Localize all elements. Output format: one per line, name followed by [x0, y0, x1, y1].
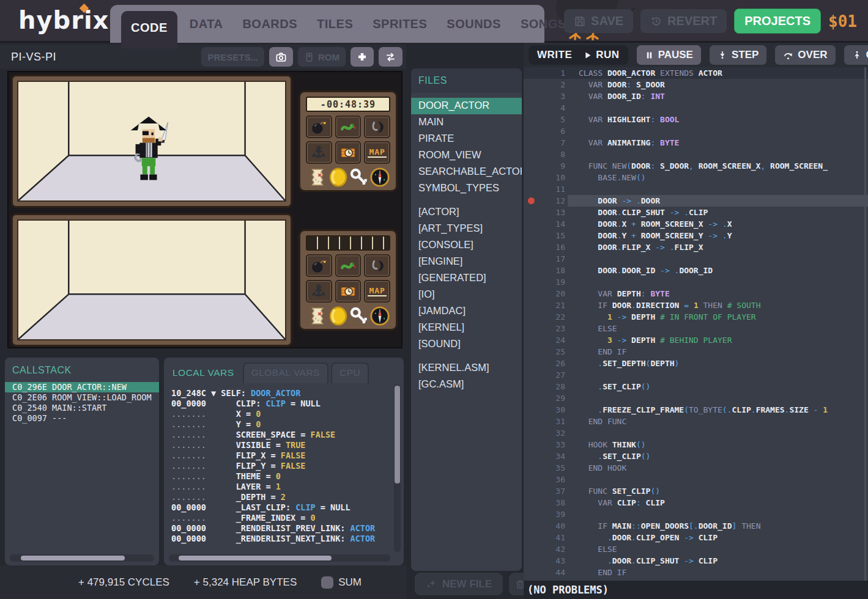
code-line-3[interactable]: 3 VAR DOOR_ID: INT	[524, 90, 868, 102]
tab-cpu[interactable]: CPU	[331, 362, 369, 383]
code-line-41[interactable]: 41 .DOOR.CLIP_OPEN -> CLIP	[524, 532, 868, 543]
swap-button[interactable]	[379, 47, 402, 67]
code-line-30[interactable]: 30 .FREEZE_CLIP_FRAME(TO_BYTE(.CLIP.FRAM…	[524, 404, 868, 416]
new-file-button[interactable]: NEW FILE	[415, 573, 503, 595]
run-button[interactable]: RUN	[583, 49, 619, 61]
variable-row[interactable]: ....... THEME = 0	[171, 471, 396, 482]
code-line-7[interactable]: 7 VAR ANIMATING: BYTE	[524, 137, 868, 149]
variable-row[interactable]: ....... _FRAME_INDEX = 0	[171, 513, 396, 523]
code-line-18[interactable]: 18 DOOR.DOOR_ID -> .DOOR_ID	[524, 265, 868, 276]
code-line-1[interactable]: 1CLASS DOOR_ACTOR EXTENDS ACTOR	[524, 67, 868, 79]
code-line-28[interactable]: 28 .SET_CLIP()	[524, 381, 868, 392]
file-item-io[interactable]: [IO]	[411, 287, 522, 303]
breakpoint-dot[interactable]	[528, 197, 535, 204]
vars-vscrollbar[interactable]	[394, 384, 401, 552]
code-line-26[interactable]: 26 .SET_DEPTH(DEPTH)	[524, 358, 868, 369]
file-item-actor[interactable]: [ACTOR]	[411, 204, 522, 221]
vars-hscrollbar[interactable]	[169, 554, 390, 562]
file-item-generated[interactable]: [GENERATED]	[411, 270, 522, 287]
callstack-hscrollbar[interactable]	[10, 554, 154, 562]
code-line-17[interactable]: 17	[524, 253, 868, 265]
variable-row[interactable]: ....... X = 0	[171, 409, 396, 419]
code-line-40[interactable]: 40 IF MAIN::OPEN_DOORS[.DOOR_ID] THEN	[524, 520, 868, 532]
projects-button[interactable]: PROJECTS	[734, 9, 821, 34]
step-over-button[interactable]: OVER	[775, 45, 835, 65]
tab-boards[interactable]: BOARDS	[235, 11, 305, 37]
file-item-engine[interactable]: [ENGINE]	[411, 254, 522, 270]
code-line-44[interactable]: 44 END IF	[524, 567, 868, 578]
code-line-25[interactable]: 25 END IF	[524, 346, 868, 358]
variable-row[interactable]: 00_0000 _LAST_CLIP: CLIP = NULL	[171, 502, 396, 513]
tab-local-vars[interactable]: LOCAL VARS	[171, 364, 240, 383]
code-line-9[interactable]: 9 FUNC NEW(DOOR: S_DOOR, ROOM_SCREEN_X, …	[524, 160, 868, 172]
code-line-24[interactable]: 24 3 -> DEPTH # BEHIND PLAYER	[524, 334, 868, 346]
code-line-22[interactable]: 22 1 -> DEPTH # IN FRONT OF PLAYER	[524, 311, 868, 323]
variable-row[interactable]: 10_248C ▼ SELF: DOOR_ACTOR	[171, 388, 396, 399]
tab-code[interactable]: CODE	[121, 11, 177, 48]
code-line-10[interactable]: 10 BASE.NEW()	[524, 172, 868, 183]
file-item-kernelasm[interactable]: [KERNEL.ASM]	[411, 360, 522, 377]
pause-button[interactable]: PAUSE	[637, 45, 701, 65]
code-line-21[interactable]: 21 IF DOOR.DIRECTION = 1 THEN # SOUTH	[524, 300, 868, 311]
revert-button[interactable]: REVERT	[640, 9, 727, 33]
variable-row[interactable]: ....... _DEPTH = 2	[171, 492, 396, 502]
code-line-35[interactable]: 35 END HOOK	[524, 462, 868, 474]
code-line-5[interactable]: 5 VAR HIGHLIGHT: BOOL	[524, 114, 868, 125]
game-screen[interactable]: -00:48:39 MAP MAP	[7, 71, 402, 348]
presets-button[interactable]: PRESETS...	[201, 47, 264, 67]
code-line-38[interactable]: 38 VAR CLIP: CLIP	[524, 497, 868, 509]
code-line-42[interactable]: 42 ELSE	[524, 543, 868, 555]
variable-row[interactable]: ....... SCREEN_SPACE = FALSE	[171, 430, 396, 440]
save-button[interactable]: SAVE	[564, 9, 633, 33]
gamepad-button[interactable]	[351, 47, 374, 67]
code-editor[interactable]: 1CLASS DOOR_ACTOR EXTENDS ACTOR2 VAR DOO…	[524, 67, 868, 581]
code-line-8[interactable]: 8	[524, 149, 868, 160]
file-item-sound[interactable]: [SOUND]	[411, 336, 522, 353]
code-line-15[interactable]: 15 DOOR.Y + ROOM_SCREEN_Y -> .Y	[524, 230, 868, 241]
step-button[interactable]: STEP	[710, 45, 766, 65]
code-line-36[interactable]: 36	[524, 474, 868, 485]
variable-row[interactable]: 00_0000 _THINKLIST_NEXT_LINK: ACTOR =	[171, 544, 396, 546]
code-line-27[interactable]: 27	[524, 369, 868, 381]
file-item-searchable_actor[interactable]: SEARCHABLE_ACTOR	[411, 164, 522, 180]
tab-sounds[interactable]: SOUNDS	[439, 11, 508, 37]
variable-row[interactable]: ....... FLIP_Y = FALSE	[171, 461, 396, 471]
file-item-room_view[interactable]: ROOM_VIEW	[411, 147, 522, 164]
variable-row[interactable]: 00_0000 CLIP: CLIP = NULL	[171, 399, 396, 409]
code-line-11[interactable]: 11	[524, 183, 868, 195]
code-line-34[interactable]: 34 .SET_CLIP()	[524, 450, 868, 462]
variable-row[interactable]: ....... VISIBLE = TRUE	[171, 440, 396, 450]
variable-row[interactable]: ....... FLIP_X = FALSE	[171, 450, 396, 461]
sum-checkbox[interactable]	[321, 576, 333, 589]
code-line-32[interactable]: 32	[524, 427, 868, 439]
variable-row[interactable]: ....... Y = 0	[171, 419, 396, 430]
tab-global-vars[interactable]: GLOBAL VARS	[243, 362, 328, 383]
step-out-button[interactable]: OUT	[844, 45, 868, 65]
code-line-13[interactable]: 13 DOOR.CLIP_SHUT -> .CLIP	[524, 207, 868, 218]
variable-row[interactable]: 00_0000 _RENDERLIST_PREV_LINK: ACTOR	[171, 523, 396, 534]
file-item-jamdac[interactable]: [JAMDAC]	[411, 303, 522, 320]
file-item-main[interactable]: MAIN	[411, 114, 522, 131]
code-line-29[interactable]: 29	[524, 392, 868, 404]
callstack-frame[interactable]: C0_0097 ---	[5, 413, 159, 424]
code-line-12[interactable]: 12 DOOR -> .DOOR	[524, 195, 868, 207]
code-line-16[interactable]: 16 DOOR.FLIP_X -> .FLIP_X	[524, 241, 868, 253]
file-item-art_types[interactable]: [ART_TYPES]	[411, 221, 522, 237]
file-item-symbol_types[interactable]: SYMBOL_TYPES	[411, 180, 522, 197]
variable-row[interactable]: ....... LAYER = 1	[171, 482, 396, 492]
code-line-19[interactable]: 19	[524, 276, 868, 288]
code-line-39[interactable]: 39	[524, 509, 868, 520]
code-line-2[interactable]: 2 VAR DOOR: S_DOOR	[524, 79, 868, 90]
editor-vscrollbar[interactable]	[864, 67, 866, 581]
file-item-gcasm[interactable]: [GC.ASM]	[411, 377, 522, 393]
file-item-pirate[interactable]: PIRATE	[411, 131, 522, 147]
file-item-door_actor[interactable]: DOOR_ACTOR	[411, 98, 522, 114]
callstack-frame[interactable]: C0_296E DOOR_ACTOR::NEW	[5, 382, 159, 392]
callstack-frame[interactable]: C0_2540 MAIN::START	[5, 403, 159, 413]
code-line-14[interactable]: 14 DOOR.X + ROOM_SCREEN_X -> .X	[524, 218, 868, 230]
tab-tiles[interactable]: TILES	[310, 11, 360, 37]
file-item-console[interactable]: [CONSOLE]	[411, 237, 522, 254]
write-button[interactable]: WRITE	[537, 49, 572, 61]
code-line-20[interactable]: 20 VAR DEPTH: BYTE	[524, 288, 868, 300]
code-line-31[interactable]: 31 END FUNC	[524, 416, 868, 427]
